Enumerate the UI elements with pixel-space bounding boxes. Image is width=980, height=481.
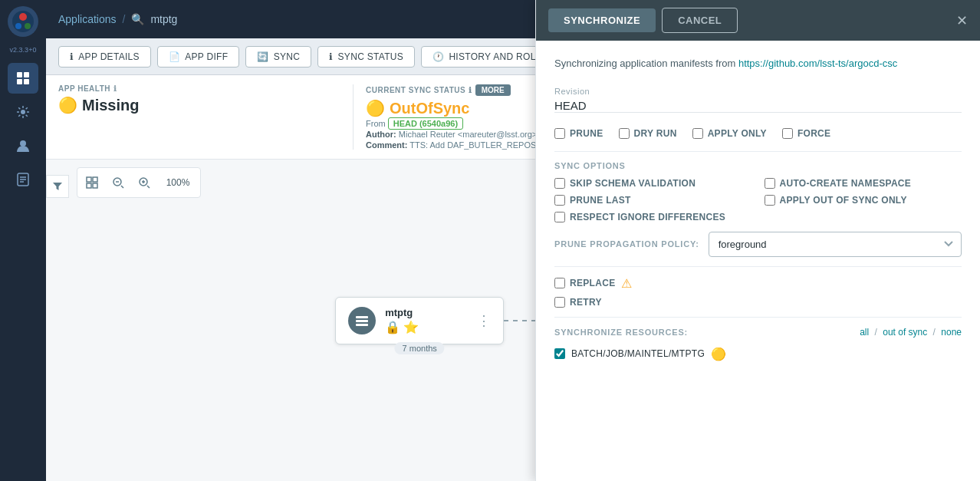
cancel-button[interactable]: CANCEL — [662, 8, 738, 33]
sync-icon: 🔄 — [257, 51, 268, 62]
none-link[interactable]: none — [941, 327, 962, 338]
all-link[interactable]: all — [860, 327, 869, 338]
node-status-icon: ⭐ — [403, 320, 419, 334]
skip-schema-label[interactable]: SKIP SCHEMA VALIDATION — [554, 178, 752, 189]
sync-status-button[interactable]: ℹ SYNC STATUS — [317, 46, 415, 68]
batch-job-checkbox[interactable] — [554, 348, 565, 359]
apply-only-checkbox[interactable] — [692, 128, 703, 139]
zoom-out-button[interactable] — [107, 171, 130, 194]
replace-row: REPLACE ⚠ — [554, 276, 962, 291]
out-of-sync-status-icon: 🟡 — [366, 99, 385, 117]
app-node-time: 7 months — [395, 342, 445, 354]
sync-dialog: SYNCHRONIZE CANCEL ✕ Synchronizing appli… — [535, 0, 980, 481]
canvas-toolbar: 100% — [77, 167, 201, 198]
svg-point-3 — [25, 23, 31, 29]
prune-checkbox[interactable] — [554, 128, 565, 139]
svg-rect-27 — [356, 324, 368, 326]
svg-rect-5 — [24, 72, 29, 77]
svg-rect-25 — [356, 316, 368, 318]
zoom-in-button[interactable] — [133, 171, 156, 194]
sidebar-item-settings[interactable] — [8, 97, 38, 127]
app-diff-button[interactable]: 📄 APP DIFF — [157, 46, 240, 68]
auto-namespace-label[interactable]: AUTO-CREATE NAMESPACE — [765, 178, 962, 189]
top-checkboxes: PRUNE DRY RUN APPLY ONLY FORCE — [554, 128, 962, 139]
breadcrumb-separator: / — [123, 13, 126, 25]
synchronize-button[interactable]: SYNCHRONIZE — [548, 8, 656, 32]
replace-warning-icon: ⚠ — [621, 276, 632, 291]
force-checkbox-label[interactable]: FORCE — [782, 128, 831, 139]
search-icon: 🔍 — [131, 13, 144, 25]
svg-point-2 — [15, 23, 21, 29]
sync-options-grid: SKIP SCHEMA VALIDATION AUTO-CREATE NAMES… — [554, 178, 962, 222]
force-checkbox[interactable] — [782, 128, 793, 139]
batch-job-status-icon: 🟡 — [711, 347, 726, 361]
apply-out-of-sync-checkbox[interactable] — [765, 195, 775, 206]
app-node-menu[interactable]: ⋮ — [477, 312, 491, 329]
sidebar-item-user[interactable] — [8, 130, 38, 161]
more-button[interactable]: MORE — [475, 84, 511, 96]
retry-checkbox[interactable] — [554, 297, 565, 308]
breadcrumb-applications[interactable]: Applications — [58, 13, 117, 25]
repo-link[interactable]: https://github.com/lsst-ts/argocd-csc — [738, 58, 897, 69]
sync-description: Synchronizing application manifests from… — [554, 56, 962, 71]
app-details-icon: ℹ — [70, 51, 74, 62]
svg-rect-7 — [24, 79, 29, 84]
prune-policy-select[interactable]: foreground background orphan — [709, 232, 962, 257]
app-node: mtptg 🔒 ⭐ ⋮ — [335, 297, 504, 344]
svg-rect-17 — [93, 183, 97, 188]
replace-label[interactable]: REPLACE — [554, 278, 615, 288]
sidebar: v2.3.3+0 — [0, 0, 46, 481]
app-health-label: APP HEALTH ℹ — [58, 84, 340, 93]
svg-rect-15 — [93, 177, 97, 182]
resource-item: BATCH/JOB/MAINTEL/MTPTG 🟡 — [554, 344, 962, 364]
sidebar-item-apps[interactable] — [8, 63, 38, 94]
svg-point-8 — [21, 110, 25, 114]
apply-only-checkbox-label[interactable]: APPLY ONLY — [692, 128, 767, 139]
main-area: Applications / 🔍 mtptg ℹ APP DETAILS 📄 A… — [46, 0, 980, 481]
skip-schema-checkbox[interactable] — [554, 178, 565, 189]
dialog-header: SYNCHRONIZE CANCEL ✕ — [536, 0, 980, 41]
svg-line-24 — [147, 186, 150, 188]
fit-screen-button[interactable] — [81, 171, 104, 194]
missing-icon: 🟡 — [58, 96, 77, 114]
replace-checkbox[interactable] — [554, 278, 565, 288]
close-dialog-button[interactable]: ✕ — [956, 14, 968, 28]
prune-policy-label: PRUNE PROPAGATION POLICY: — [554, 239, 699, 249]
sync-status-info-icon: ℹ — [469, 86, 472, 94]
auto-namespace-checkbox[interactable] — [765, 178, 775, 189]
filter-button[interactable] — [46, 175, 69, 198]
revision-field: Revision HEAD — [554, 87, 962, 113]
svg-rect-26 — [356, 320, 368, 322]
lock-icon: 🔒 — [385, 320, 400, 334]
sync-status-icon: ℹ — [329, 51, 333, 62]
apply-out-of-sync-label[interactable]: APPLY OUT OF SYNC ONLY — [765, 195, 962, 206]
prune-last-checkbox[interactable] — [554, 195, 565, 206]
prune-last-label[interactable]: PRUNE LAST — [554, 195, 752, 206]
app-health-card: APP HEALTH ℹ 🟡 Missing — [58, 84, 354, 150]
link-sep-1: / — [875, 327, 877, 338]
batch-job-name: BATCH/JOB/MAINTEL/MTPTG — [571, 348, 705, 359]
out-of-sync-link[interactable]: out of sync — [883, 327, 927, 338]
dry-run-checkbox[interactable] — [619, 128, 630, 139]
version-label: v2.3.3+0 — [10, 46, 37, 54]
resources-title: SYNCHRONIZE RESOURCES: — [554, 328, 688, 337]
sync-options-title: SYNC OPTIONS — [554, 161, 962, 170]
prune-checkbox-label[interactable]: PRUNE — [554, 128, 603, 139]
resources-links: all / out of sync / none — [860, 327, 962, 338]
respect-ignore-label[interactable]: RESPECT IGNORE DIFFERENCES — [554, 212, 752, 222]
resources-header: SYNCHRONIZE RESOURCES: all / out of sync… — [554, 327, 962, 338]
respect-ignore-checkbox[interactable] — [554, 212, 565, 222]
svg-line-20 — [121, 186, 123, 188]
revision-label: Revision — [554, 87, 962, 96]
app-diff-icon: 📄 — [169, 51, 180, 62]
divider-2 — [554, 266, 962, 267]
app-node-info: mtptg 🔒 ⭐ — [385, 307, 468, 334]
sync-button-bar[interactable]: 🔄 SYNC — [245, 46, 311, 68]
app-node-icon — [348, 307, 376, 334]
retry-label[interactable]: RETRY — [554, 297, 602, 308]
breadcrumb: Applications / 🔍 mtptg — [58, 13, 177, 25]
sidebar-item-docs[interactable] — [8, 164, 38, 195]
app-details-button[interactable]: ℹ APP DETAILS — [58, 46, 151, 68]
dry-run-checkbox-label[interactable]: DRY RUN — [619, 128, 677, 139]
app-logo — [8, 6, 38, 37]
